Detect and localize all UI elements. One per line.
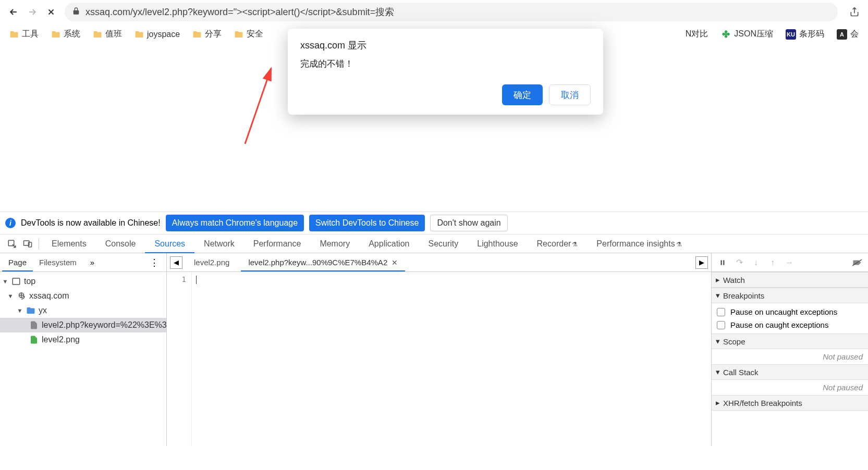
bookmark-item[interactable]: joyspace bbox=[130, 28, 184, 41]
pause-caught-checkbox-row[interactable]: Pause on caught exceptions bbox=[717, 318, 863, 331]
bookmark-item[interactable]: 值班 bbox=[89, 27, 126, 42]
back-button[interactable] bbox=[4, 3, 23, 21]
tab-performance[interactable]: Performance bbox=[244, 235, 311, 253]
xhr-section-header[interactable]: ▸XHR/fetch Breakpoints bbox=[712, 395, 868, 411]
bookmark-item[interactable]: 系统 bbox=[47, 27, 84, 42]
svg-rect-6 bbox=[723, 260, 724, 265]
svg-rect-5 bbox=[721, 260, 722, 265]
debugger-sidebar: ↷ ↓ ↑ → ▸Watch ▾Breakpoints Pause on unc… bbox=[712, 253, 868, 446]
devtools-sources-panel: Page Filesystem » ⋮ ▼top ▼xssaq.com ▼yx … bbox=[0, 253, 868, 446]
editor-nav-toggle-icon[interactable]: ◀ bbox=[170, 256, 182, 269]
dont-show-again-button[interactable]: Don't show again bbox=[430, 215, 507, 231]
pause-uncaught-checkbox-row[interactable]: Pause on uncaught exceptions bbox=[717, 305, 863, 318]
flask-icon: ⚗ bbox=[572, 241, 578, 248]
scope-not-paused: Not paused bbox=[712, 349, 868, 364]
tree-folder-yx[interactable]: ▼yx bbox=[0, 303, 166, 318]
tab-performance-insights[interactable]: Performance insights⚗ bbox=[587, 235, 691, 253]
editor-tab-level2-png[interactable]: level2.png bbox=[187, 254, 237, 271]
tree-file-png[interactable]: level2.png bbox=[0, 332, 166, 347]
bookmark-item[interactable]: 工具 bbox=[5, 27, 43, 42]
bookmark-item[interactable]: A会 bbox=[833, 27, 863, 42]
step-icon[interactable]: → bbox=[784, 257, 795, 268]
tab-elements[interactable]: Elements bbox=[42, 235, 96, 253]
a-icon: A bbox=[837, 29, 847, 40]
checkbox-icon[interactable] bbox=[717, 308, 725, 316]
line-number: 1 bbox=[167, 272, 192, 446]
editor-debug-toggle-icon[interactable]: ▶ bbox=[695, 256, 708, 269]
chevron-down-icon: ▾ bbox=[716, 367, 720, 377]
chevron-right-icon: ▸ bbox=[716, 398, 720, 407]
devtools-tab-bar: Elements Console Sources Network Perform… bbox=[0, 234, 868, 253]
panel-menu-icon[interactable]: ⋮ bbox=[144, 255, 164, 270]
devtools-language-notice: i DevTools is now available in Chinese! … bbox=[0, 212, 868, 234]
bookmark-item[interactable]: N对比 bbox=[681, 27, 713, 42]
stop-button[interactable] bbox=[42, 3, 60, 21]
filesystem-tab[interactable]: Filesystem bbox=[33, 254, 83, 271]
address-bar[interactable]: xssaq.com/yx/level2.php?keyword="><scrip… bbox=[65, 3, 838, 21]
share-button[interactable] bbox=[845, 3, 864, 21]
page-tab[interactable]: Page bbox=[2, 254, 33, 271]
checkbox-icon[interactable] bbox=[717, 321, 725, 329]
tree-domain[interactable]: ▼xssaq.com bbox=[0, 289, 166, 303]
editor-tab-bar: ◀ level2.png level2.php?keyw...90%9C%E7%… bbox=[167, 253, 711, 272]
always-match-language-button[interactable]: Always match Chrome's language bbox=[166, 215, 304, 231]
url-text: xssaq.com/yx/level2.php?keyword="><scrip… bbox=[85, 6, 394, 18]
step-out-icon[interactable]: ↑ bbox=[767, 257, 778, 268]
step-into-icon[interactable]: ↓ bbox=[750, 257, 762, 268]
watch-section-header[interactable]: ▸Watch bbox=[712, 272, 868, 288]
debugger-controls: ↷ ↓ ↑ → bbox=[712, 253, 868, 272]
flower-icon: ✤ bbox=[720, 29, 731, 40]
breakpoints-section-header[interactable]: ▾Breakpoints bbox=[712, 288, 868, 303]
tree-file-php[interactable]: level2.php?keyword=%22%3E%3 bbox=[0, 318, 166, 332]
bookmark-item[interactable]: 安全 bbox=[230, 27, 267, 42]
notice-text: DevTools is now available in Chinese! bbox=[21, 218, 161, 228]
sources-editor: ◀ level2.png level2.php?keyw...90%9C%E7%… bbox=[167, 253, 712, 446]
call-stack-section-header[interactable]: ▾Call Stack bbox=[712, 364, 868, 380]
lock-icon bbox=[72, 7, 80, 18]
scope-section-header[interactable]: ▾Scope bbox=[712, 333, 868, 349]
tab-network[interactable]: Network bbox=[194, 235, 244, 253]
navigator-tabs: Page Filesystem » ⋮ bbox=[0, 253, 166, 272]
device-toolbar-icon[interactable] bbox=[20, 236, 35, 252]
flask-icon: ⚗ bbox=[676, 241, 682, 248]
info-icon: i bbox=[5, 218, 16, 228]
switch-devtools-language-button[interactable]: Switch DevTools to Chinese bbox=[309, 215, 425, 231]
bookmark-item[interactable]: ✤JSON压缩 bbox=[716, 27, 777, 42]
code-content[interactable] bbox=[192, 272, 711, 446]
browser-nav-bar: xssaq.com/yx/level2.php?keyword="><scrip… bbox=[0, 0, 868, 24]
dialog-message: 完成的不错！ bbox=[300, 58, 591, 70]
callstack-not-paused: Not paused bbox=[712, 380, 868, 395]
tab-application[interactable]: Application bbox=[359, 235, 419, 253]
tab-console[interactable]: Console bbox=[96, 235, 145, 253]
chevron-down-icon: ▾ bbox=[716, 337, 720, 346]
svg-rect-4 bbox=[13, 278, 20, 285]
step-over-icon[interactable]: ↷ bbox=[733, 257, 745, 268]
code-editor[interactable]: 1 bbox=[167, 272, 711, 446]
file-tree: ▼top ▼xssaq.com ▼yx level2.php?keyword=%… bbox=[0, 272, 166, 349]
bookmark-item[interactable]: KU条形码 bbox=[781, 27, 828, 42]
chevron-right-icon: ▸ bbox=[716, 275, 720, 285]
tab-memory[interactable]: Memory bbox=[310, 235, 359, 253]
deactivate-breakpoints-icon[interactable] bbox=[851, 257, 863, 268]
bookmark-item[interactable]: 分享 bbox=[188, 27, 226, 42]
forward-button[interactable] bbox=[23, 3, 42, 21]
dialog-ok-button[interactable]: 确定 bbox=[502, 84, 543, 105]
javascript-alert-dialog: xssaq.com 显示 完成的不错！ 确定 取消 bbox=[288, 29, 603, 115]
annotation-arrow bbox=[235, 66, 282, 149]
sources-navigator: Page Filesystem » ⋮ ▼top ▼xssaq.com ▼yx … bbox=[0, 253, 167, 446]
tab-sources[interactable]: Sources bbox=[145, 235, 194, 253]
dialog-title: xssaq.com 显示 bbox=[300, 39, 591, 52]
editor-tab-level2-php[interactable]: level2.php?keyw...90%9C%E7%B4%A2✕ bbox=[241, 254, 405, 271]
more-tabs-icon[interactable]: » bbox=[86, 256, 99, 269]
chevron-down-icon: ▾ bbox=[716, 291, 720, 300]
tab-lighthouse[interactable]: Lighthouse bbox=[468, 235, 527, 253]
ku-icon: KU bbox=[786, 29, 796, 40]
dialog-cancel-button[interactable]: 取消 bbox=[549, 84, 591, 105]
close-tab-icon[interactable]: ✕ bbox=[392, 258, 398, 267]
pause-icon[interactable] bbox=[717, 257, 728, 268]
inspect-element-icon[interactable] bbox=[4, 236, 20, 252]
tab-recorder[interactable]: Recorder⚗ bbox=[528, 235, 588, 253]
svg-line-0 bbox=[245, 68, 271, 144]
tab-security[interactable]: Security bbox=[419, 235, 468, 253]
tree-frame-top[interactable]: ▼top bbox=[0, 274, 166, 289]
